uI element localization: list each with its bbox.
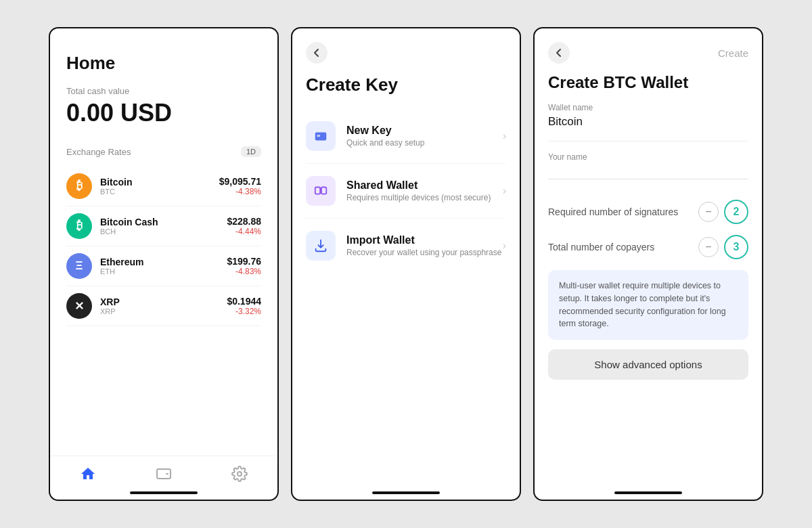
btc-wallet-screen: Create Create BTC Wallet Wallet name Bit… — [533, 27, 763, 501]
coin-price: $9,095.71 -4.38% — [219, 176, 261, 196]
coin-amount: $228.88 — [227, 216, 261, 227]
nav-wallet-icon[interactable] — [154, 464, 173, 483]
coin-icon: ₿ — [66, 173, 92, 199]
home-indicator — [130, 491, 198, 494]
show-advanced-button[interactable]: Show advanced options — [548, 349, 748, 380]
cash-label: Total cash value — [66, 86, 261, 96]
period-badge[interactable]: 1D — [241, 146, 261, 157]
import-wallet-text: Import Wallet Recover your wallet using … — [346, 234, 503, 257]
wallet-name-label: Wallet name — [548, 103, 748, 112]
home-indicator-2 — [372, 491, 440, 494]
coin-row[interactable]: ₿ Bitcoin BTC $9,095.71 -4.38% — [66, 167, 261, 206]
btc-wallet-title: Create BTC Wallet — [535, 70, 762, 103]
coin-change: -4.83% — [227, 267, 261, 276]
copayers-row: Total number of copayers − 3 — [548, 235, 748, 259]
divider-wallet-name — [548, 141, 748, 141]
cash-value: 0.00 USD — [66, 99, 261, 127]
shared-wallet-title: Shared Wallet — [346, 179, 503, 192]
home-screen: Home Total cash value 0.00 USD Exchange … — [49, 27, 279, 501]
shared-wallet-chevron: › — [503, 185, 506, 197]
signatures-decrement[interactable]: − — [698, 202, 719, 222]
copayers-decrement[interactable]: − — [698, 237, 719, 257]
coin-amount: $9,095.71 — [219, 176, 261, 187]
svg-rect-1 — [315, 133, 327, 141]
create-key-title: Create Key — [292, 70, 520, 109]
new-key-chevron: › — [503, 130, 506, 142]
btc-wallet-content: Wallet name Bitcoin Your name Required n… — [535, 103, 762, 489]
create-link[interactable]: Create — [718, 47, 748, 59]
signatures-controls: − 2 — [698, 200, 748, 224]
new-key-icon-wrap — [306, 121, 336, 151]
import-wallet-icon-wrap — [306, 231, 336, 261]
coin-symbol: BCH — [100, 227, 227, 236]
new-key-subtitle: Quick and easy setup — [346, 138, 503, 148]
coin-icon: ✕ — [66, 293, 92, 319]
coin-info: XRP XRP — [100, 296, 227, 315]
coin-name: Ethereum — [100, 257, 227, 267]
coin-amount: $199.76 — [227, 256, 261, 267]
create-key-list: New Key Quick and easy setup › Shared — [292, 109, 520, 489]
shared-wallet-item[interactable]: Shared Wallet Requires multiple devices … — [292, 164, 520, 218]
btc-header: Create — [535, 28, 762, 70]
coin-change: -4.38% — [219, 187, 261, 196]
create-key-screen: Create Key New Key Quick and easy setup … — [291, 27, 521, 501]
home-indicator-3 — [614, 491, 682, 494]
import-wallet-title: Import Wallet — [346, 234, 503, 246]
exchange-rates-label: Exchange Rates — [66, 147, 131, 157]
coin-symbol: ETH — [100, 267, 227, 276]
your-name-input[interactable] — [548, 164, 748, 179]
coin-price: $0.1944 -3.32% — [227, 296, 261, 316]
coin-list: ₿ Bitcoin BTC $9,095.71 -4.38% ₿ Bitcoin… — [66, 167, 261, 326]
coin-name: Bitcoin Cash — [100, 217, 227, 227]
new-key-title: New Key — [346, 125, 503, 137]
coin-price: $199.76 -4.83% — [227, 256, 261, 276]
signatures-value: 2 — [724, 200, 748, 224]
signatures-row: Required number of signatures − 2 — [548, 200, 748, 224]
bottom-nav — [50, 456, 277, 489]
info-box: Multi-user wallet require multiple devic… — [548, 270, 748, 340]
svg-rect-2 — [317, 135, 321, 137]
shared-wallet-subtitle: Requires multiple devices (most secure) — [346, 193, 503, 202]
signatures-label: Required number of signatures — [548, 206, 698, 217]
shared-wallet-icon-wrap — [306, 176, 336, 206]
coin-amount: $0.1944 — [227, 296, 261, 307]
svg-rect-3 — [315, 188, 320, 194]
new-key-item[interactable]: New Key Quick and easy setup › — [292, 109, 520, 163]
coin-name: XRP — [100, 296, 227, 307]
shared-wallet-text: Shared Wallet Requires multiple devices … — [346, 179, 503, 202]
coin-row[interactable]: ₿ Bitcoin Cash BCH $228.88 -4.44% — [66, 206, 261, 246]
coin-icon: Ξ — [66, 253, 92, 279]
coin-row[interactable]: ✕ XRP XRP $0.1944 -3.32% — [66, 286, 261, 326]
coin-info: Bitcoin BTC — [100, 177, 219, 196]
coin-change: -4.44% — [227, 227, 261, 236]
copayers-value: 3 — [724, 235, 748, 259]
coin-change: -3.32% — [227, 307, 261, 316]
copayers-controls: − 3 — [698, 235, 748, 259]
btc-back-button[interactable] — [548, 42, 570, 64]
home-title: Home — [66, 53, 261, 74]
nav-home-icon[interactable] — [78, 464, 97, 483]
import-wallet-item[interactable]: Import Wallet Recover your wallet using … — [292, 219, 520, 273]
coin-symbol: BTC — [100, 188, 219, 196]
nav-settings-icon[interactable] — [230, 464, 249, 483]
coin-name: Bitcoin — [100, 177, 219, 188]
coin-price: $228.88 -4.44% — [227, 216, 261, 236]
coin-icon: ₿ — [66, 213, 92, 239]
coin-row[interactable]: Ξ Ethereum ETH $199.76 -4.83% — [66, 246, 261, 286]
back-button[interactable] — [306, 42, 328, 64]
coin-symbol: XRP — [100, 307, 227, 315]
import-wallet-chevron: › — [503, 240, 506, 252]
coin-info: Ethereum ETH — [100, 257, 227, 276]
svg-rect-4 — [321, 188, 326, 194]
coin-info: Bitcoin Cash BCH — [100, 217, 227, 236]
new-key-text: New Key Quick and easy setup — [346, 125, 503, 148]
import-wallet-subtitle: Recover your wallet using your passphras… — [346, 248, 503, 257]
copayers-label: Total number of copayers — [548, 242, 698, 252]
your-name-label: Your name — [548, 152, 748, 162]
wallet-name-value: Bitcoin — [548, 115, 748, 129]
